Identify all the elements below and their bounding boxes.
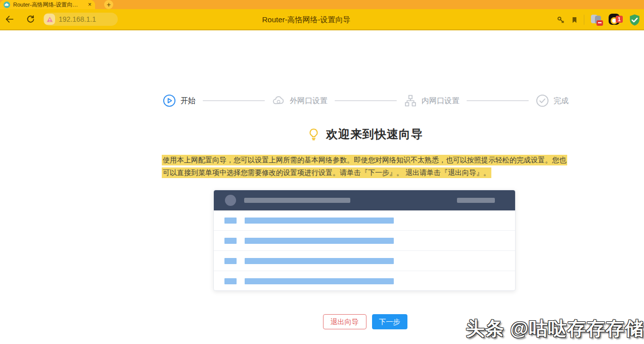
skeleton-header-bar: [244, 198, 350, 203]
exit-wizard-button[interactable]: 退出向导: [323, 314, 366, 329]
address-bar[interactable]: 192.168.1.1: [43, 13, 118, 26]
step-finish-label: 完成: [554, 96, 569, 106]
skeleton-avatar-circle: [225, 195, 236, 206]
wizard-stepper: 开始 外网口设置 内网口设置 完成: [163, 94, 569, 108]
skeleton-label-chip: [224, 218, 237, 224]
password-key-icon[interactable]: [557, 16, 565, 24]
tab-title: Router-高恪网络-设置向…: [13, 1, 85, 9]
skeleton-label-chip: [224, 258, 237, 264]
toolbar-separator: [584, 15, 584, 25]
step-finish: 完成: [536, 94, 569, 107]
skeleton-preview-card: [213, 190, 516, 291]
skeleton-label-chip: [224, 238, 237, 244]
skeleton-value-bar: [245, 258, 394, 264]
description-line-2: 可以直接到菜单项中选择您需要修改的设置项进行设置。请单击『下一步』。 退出请单击…: [162, 167, 491, 178]
not-secure-warning-icon[interactable]: [44, 14, 55, 25]
skeleton-card-header: [214, 190, 515, 210]
skeleton-row: [214, 210, 515, 231]
cloud-icon: [272, 94, 285, 107]
check-circle-icon: [536, 94, 549, 107]
tab-close-icon[interactable]: ×: [88, 2, 91, 8]
extension-black-icon[interactable]: 1: [609, 14, 623, 26]
skeleton-value-bar: [245, 218, 394, 224]
watermark-text: 头条 @咕哒存存存储: [466, 316, 644, 341]
extension-badge-count: 1: [616, 16, 623, 23]
back-arrow-icon: [5, 14, 15, 24]
browser-tab-strip: Router-高恪网络-设置向… × +: [0, 0, 644, 9]
step-connector: [467, 100, 529, 101]
welcome-title: 欢迎来到快速向导: [326, 126, 423, 142]
step-start: 开始: [163, 94, 196, 107]
screen: Router-高恪网络-设置向… × + 192.168.1.1 Router-…: [0, 0, 644, 344]
step-wan-label: 外网口设置: [290, 96, 328, 106]
skeleton-row: [214, 251, 515, 271]
plus-icon: +: [107, 1, 111, 8]
toolbar-page-title: Router-高恪网络-设置向导: [205, 15, 407, 25]
reload-button[interactable]: [25, 14, 36, 25]
step-start-label: 开始: [180, 96, 196, 106]
skeleton-row: [214, 231, 515, 251]
url-text: 192.168.1.1: [59, 15, 96, 23]
step-lan: 内网口设置: [404, 94, 459, 107]
adguard-shield-icon[interactable]: [628, 14, 641, 26]
browser-tab-active[interactable]: Router-高恪网络-设置向… ×: [0, 0, 95, 9]
play-circle-icon: [163, 94, 176, 107]
back-button[interactable]: [4, 14, 15, 25]
step-lan-label: 内网口设置: [422, 96, 459, 106]
extension-gray-icon[interactable]: [590, 14, 603, 26]
step-connector: [335, 100, 397, 101]
welcome-heading: 欢迎来到快速向导: [163, 125, 567, 143]
bookmark-icon[interactable]: [571, 16, 578, 24]
browser-toolbar: 192.168.1.1 Router-高恪网络-设置向导 1: [0, 9, 644, 30]
new-tab-button[interactable]: +: [104, 0, 113, 9]
skeleton-value-bar: [245, 278, 394, 284]
toolbar-right-icons: 1: [557, 13, 641, 26]
skeleton-label-chip: [224, 278, 237, 284]
wizard-description: 使用本上网配置向导，您可以设置上网所需的基本网络参数。即使您对网络知识不太熟悉，…: [162, 155, 570, 180]
skeleton-value-bar: [245, 238, 394, 244]
extension-red-badge: [596, 20, 603, 26]
description-line-1: 使用本上网配置向导，您可以设置上网所需的基本网络参数。即使您对网络知识不太熟悉，…: [162, 155, 567, 165]
skeleton-row: [214, 271, 515, 291]
step-connector: [203, 100, 265, 101]
step-wan: 外网口设置: [272, 94, 328, 107]
skeleton-header-bar-right: [457, 198, 495, 203]
next-step-button[interactable]: 下一步: [372, 314, 407, 329]
reload-icon: [26, 15, 35, 24]
sitemap-icon: [404, 94, 417, 107]
lightbulb-icon: [307, 127, 320, 141]
router-favicon-icon: [4, 2, 10, 8]
